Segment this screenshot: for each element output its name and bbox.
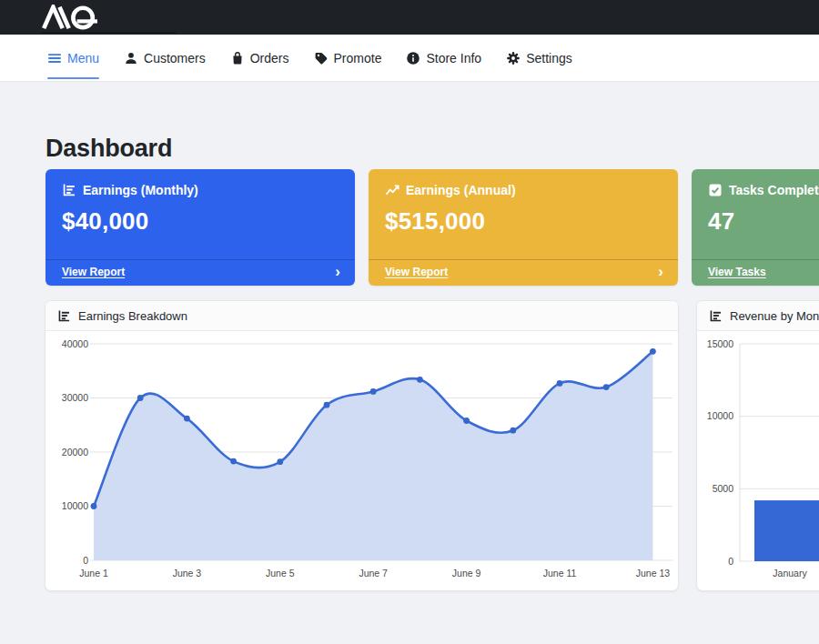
page-title: Dashboard <box>46 135 819 162</box>
svg-text:June 1: June 1 <box>79 568 108 579</box>
tag-icon <box>314 51 329 65</box>
bar-chart-icon <box>62 183 76 197</box>
line-chart-icon <box>385 183 399 197</box>
nav-item-label: Promote <box>334 51 382 65</box>
stat-card-title: Tasks Completed <box>729 183 819 197</box>
check-square-icon <box>708 183 723 197</box>
nav-item-promote[interactable]: Promote <box>314 35 382 81</box>
nav-item-settings[interactable]: Settings <box>506 35 572 81</box>
svg-text:10000: 10000 <box>62 500 88 511</box>
svg-text:30000: 30000 <box>62 392 88 403</box>
revenue-bar-chart: 050001000015000January <box>697 331 819 591</box>
svg-text:10000: 10000 <box>707 410 733 421</box>
view-report-link[interactable]: View Report › <box>46 259 355 286</box>
chevron-right-icon: › <box>335 266 340 278</box>
stat-card-value: $515,000 <box>369 207 678 236</box>
nav-item-menu[interactable]: Menu <box>47 35 99 81</box>
charts-row: Earnings Breakdown 010000200003000040000… <box>45 300 819 591</box>
svg-text:June 5: June 5 <box>266 568 295 579</box>
svg-text:20000: 20000 <box>62 447 88 458</box>
chart-header: Earnings Breakdown <box>46 301 678 331</box>
bag-icon <box>230 51 245 65</box>
bar-chart-icon <box>57 309 71 323</box>
nav-item-label: Orders <box>250 51 289 65</box>
topbar <box>0 0 819 35</box>
svg-text:June 7: June 7 <box>359 568 388 579</box>
chart-card-earnings-breakdown: Earnings Breakdown 010000200003000040000… <box>45 300 679 591</box>
nav-item-label: Customers <box>144 51 206 65</box>
svg-text:June 13: June 13 <box>636 568 671 579</box>
chart-header: Revenue by Month <box>697 301 819 331</box>
chart-title: Revenue by Month <box>730 309 819 323</box>
earnings-line-chart: 010000200003000040000June 1June 3June 5J… <box>46 331 679 591</box>
bar-chart-icon <box>709 309 723 323</box>
main-content: Dashboard Earnings (Monthly) $40,000 Vie… <box>0 135 819 591</box>
logo-underline <box>41 32 176 34</box>
gear-icon <box>506 51 521 65</box>
stat-card-title-row: Earnings (Monthly) <box>46 169 355 197</box>
chart-body: 010000200003000040000June 1June 3June 5J… <box>46 331 678 591</box>
view-report-label: View Report <box>385 266 448 278</box>
stat-card-value: 47 <box>692 207 819 236</box>
nav-item-store-info[interactable]: Store Info <box>406 35 481 81</box>
info-icon <box>406 51 420 65</box>
svg-text:40000: 40000 <box>62 338 88 349</box>
stat-card-earnings-monthly: Earnings (Monthly) $40,000 View Report › <box>46 169 355 286</box>
active-tab-underline <box>47 77 99 79</box>
nav-item-customers[interactable]: Customers <box>124 35 206 81</box>
hamburger-icon <box>47 51 62 65</box>
stat-cards-row: Earnings (Monthly) $40,000 View Report ›… <box>46 169 819 286</box>
stat-card-tasks-completed: Tasks Completed 47 View Tasks › <box>692 169 819 286</box>
main-nav: Menu Customers Orders Promote Store Info <box>0 35 819 82</box>
svg-text:January: January <box>773 568 807 579</box>
person-icon <box>124 51 138 65</box>
nav-item-label: Store Info <box>426 51 481 65</box>
stat-card-title-row: Tasks Completed <box>692 169 819 197</box>
chart-title: Earnings Breakdown <box>78 309 187 323</box>
svg-text:June 3: June 3 <box>173 568 202 579</box>
nav-item-label: Settings <box>526 51 572 65</box>
svg-text:June 11: June 11 <box>543 568 577 579</box>
stat-card-title-row: Earnings (Annual) <box>369 169 678 197</box>
chart-card-revenue-by-month: Revenue by Month 050001000015000January <box>696 300 819 591</box>
chart-body: 050001000015000January <box>697 331 819 591</box>
view-tasks-link[interactable]: View Tasks › <box>692 259 819 286</box>
stat-card-title: Earnings (Monthly) <box>83 183 198 197</box>
svg-text:0: 0 <box>83 555 88 566</box>
stat-card-value: $40,000 <box>46 207 355 236</box>
view-tasks-label: View Tasks <box>708 266 766 278</box>
view-report-label: View Report <box>62 266 125 278</box>
nav-item-label: Menu <box>67 51 99 65</box>
chevron-right-icon: › <box>658 266 663 278</box>
nav-item-orders[interactable]: Orders <box>230 35 289 81</box>
svg-text:15000: 15000 <box>707 338 733 349</box>
view-report-link[interactable]: View Report › <box>369 259 678 286</box>
stat-card-earnings-annual: Earnings (Annual) $515,000 View Report › <box>369 169 678 286</box>
svg-text:0: 0 <box>728 556 733 567</box>
svg-text:June 9: June 9 <box>452 568 481 579</box>
svg-text:5000: 5000 <box>713 483 734 494</box>
aiq-logo[interactable] <box>41 5 115 30</box>
stat-card-title: Earnings (Annual) <box>406 183 516 197</box>
